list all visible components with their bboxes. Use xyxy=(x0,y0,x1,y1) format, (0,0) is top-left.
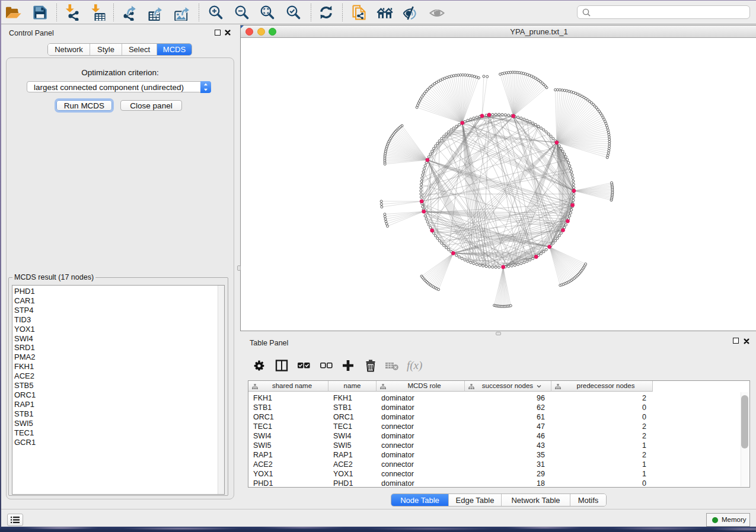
network-view-titlebar[interactable]: YPA_prune.txt_1 xyxy=(241,25,756,38)
table-delete-table-icon[interactable] xyxy=(384,358,400,373)
show-all-icon[interactable] xyxy=(429,4,445,21)
maximize-window-icon[interactable] xyxy=(269,28,276,36)
table-settings-gear-icon[interactable] xyxy=(251,358,267,373)
zoom-in-icon[interactable] xyxy=(207,4,224,21)
mcds-list-scrollbar[interactable] xyxy=(218,286,224,494)
cell-mcds_role[interactable]: dominator xyxy=(381,393,465,403)
cell-name[interactable]: ACE2 xyxy=(333,460,377,469)
cell-mcds_role[interactable]: dominator xyxy=(381,412,465,422)
cell-successor_nodes[interactable]: 43 xyxy=(465,441,545,450)
refresh-icon[interactable] xyxy=(318,4,334,21)
cell-predecessor_nodes[interactable]: 2 xyxy=(551,422,646,431)
mcds-result-item[interactable]: SRD1 xyxy=(12,343,224,352)
table-delete-column-icon[interactable] xyxy=(363,358,378,373)
cell-shared_name[interactable]: TEC1 xyxy=(253,422,328,431)
cell-mcds_role[interactable]: dominator xyxy=(381,450,465,460)
cell-name[interactable]: RAP1 xyxy=(333,450,377,460)
cell-successor_nodes[interactable]: 35 xyxy=(465,450,545,460)
mcds-result-item[interactable]: STP4 xyxy=(12,306,224,315)
mcds-result-item[interactable]: YOX1 xyxy=(12,325,224,334)
cell-name[interactable]: SWI4 xyxy=(333,431,377,441)
cell-predecessor_nodes[interactable]: 0 xyxy=(551,403,646,412)
cell-mcds_role[interactable]: connector xyxy=(381,441,465,450)
cell-mcds_role[interactable]: dominator xyxy=(381,479,465,488)
cell-successor_nodes[interactable]: 31 xyxy=(465,460,545,469)
mcds-result-item[interactable]: ACE2 xyxy=(12,371,224,381)
close-window-icon[interactable] xyxy=(245,28,253,36)
cell-name[interactable]: ORC1 xyxy=(333,412,377,422)
cell-shared_name[interactable]: STB1 xyxy=(253,403,328,412)
column-header-predecessor-nodes[interactable]: predecessor nodes xyxy=(551,381,653,392)
tab-mcds[interactable]: MCDS xyxy=(157,44,192,55)
cell-successor_nodes[interactable]: 18 xyxy=(465,479,545,488)
cell-name[interactable]: YOX1 xyxy=(333,469,377,479)
table-deselect-all-icon[interactable] xyxy=(318,358,334,373)
cell-shared_name[interactable]: ACE2 xyxy=(253,460,328,469)
cell-successor_nodes[interactable]: 96 xyxy=(465,393,545,403)
minimize-window-icon[interactable] xyxy=(257,28,265,36)
cell-shared_name[interactable]: SWI5 xyxy=(253,441,328,450)
cell-name[interactable]: TEC1 xyxy=(333,422,377,431)
cell-shared_name[interactable]: PHD1 xyxy=(253,479,328,488)
table-scrollbar-thumb[interactable] xyxy=(741,395,748,448)
mcds-result-item[interactable]: RAP1 xyxy=(12,400,224,409)
cell-successor_nodes[interactable]: 46 xyxy=(465,431,545,441)
close-panel-icon[interactable] xyxy=(225,30,231,36)
import-table-icon[interactable] xyxy=(90,4,107,21)
cell-name[interactable]: STB1 xyxy=(333,403,377,412)
mcds-result-item[interactable]: TEC1 xyxy=(12,428,224,438)
import-network-icon[interactable] xyxy=(65,4,82,21)
cell-successor_nodes[interactable]: 61 xyxy=(465,412,545,422)
export-table-icon[interactable] xyxy=(146,4,163,21)
cell-predecessor_nodes[interactable]: 2 xyxy=(551,431,646,441)
mcds-result-item[interactable]: SWI5 xyxy=(12,419,224,428)
tab-style[interactable]: Style xyxy=(90,44,122,55)
cell-shared_name[interactable]: FKH1 xyxy=(253,393,328,403)
cell-successor_nodes[interactable]: 29 xyxy=(465,469,545,479)
memory-button[interactable]: Memory xyxy=(706,513,750,527)
tab-select[interactable]: Select xyxy=(122,44,157,55)
mcds-result-item[interactable]: STB5 xyxy=(12,381,224,390)
export-image-icon[interactable] xyxy=(173,4,190,21)
cell-predecessor_nodes[interactable]: 0 xyxy=(551,479,646,488)
cell-shared_name[interactable]: YOX1 xyxy=(253,469,328,479)
cell-predecessor_nodes[interactable]: 1 xyxy=(551,469,646,479)
search-input[interactable] xyxy=(577,5,750,19)
task-history-button[interactable] xyxy=(7,514,23,526)
mcds-result-item[interactable]: PHD1 xyxy=(12,287,224,296)
mcds-result-item[interactable]: FKH1 xyxy=(12,362,224,371)
cell-name[interactable]: SWI5 xyxy=(333,441,377,450)
zoom-out-icon[interactable] xyxy=(233,4,250,21)
cell-successor_nodes[interactable]: 47 xyxy=(465,422,545,431)
first-neighbors-icon[interactable] xyxy=(351,4,368,21)
mcds-result-item[interactable]: SWI4 xyxy=(12,334,224,344)
column-header-name[interactable]: name xyxy=(328,381,377,392)
tab-edge-table[interactable]: Edge Table xyxy=(449,494,502,506)
vertical-splitter-grip[interactable] xyxy=(237,265,241,271)
table-close-panel-icon[interactable] xyxy=(744,338,749,344)
zoom-fit-icon[interactable] xyxy=(259,4,275,21)
mcds-result-item[interactable]: PMA2 xyxy=(12,352,224,362)
cell-predecessor_nodes[interactable]: 1 xyxy=(551,460,646,469)
column-header-shared-name[interactable]: shared name xyxy=(248,381,328,392)
float-window-icon[interactable] xyxy=(215,30,221,36)
tab-node-table[interactable]: Node Table xyxy=(391,494,449,506)
save-session-icon[interactable] xyxy=(31,4,47,21)
cell-mcds_role[interactable]: connector xyxy=(381,460,465,469)
cell-shared_name[interactable]: RAP1 xyxy=(253,450,328,460)
open-file-icon[interactable] xyxy=(5,4,21,21)
table-select-all-icon[interactable] xyxy=(296,358,311,373)
cell-predecessor_nodes[interactable]: 2 xyxy=(551,393,646,403)
close-panel-button[interactable]: Close panel xyxy=(120,100,182,111)
mcds-result-item[interactable]: STB1 xyxy=(12,409,224,419)
node-table[interactable]: shared namenameMCDS rolesuccessor nodes … xyxy=(248,380,750,488)
network-canvas[interactable] xyxy=(241,38,756,331)
cell-mcds_role[interactable]: connector xyxy=(381,469,465,479)
zoom-selected-icon[interactable] xyxy=(285,4,301,21)
cell-mcds_role[interactable]: dominator xyxy=(381,403,465,412)
cell-successor_nodes[interactable]: 62 xyxy=(465,403,545,412)
optimization-criterion-select[interactable]: largest connected component (undirected) xyxy=(27,81,211,92)
cell-name[interactable]: PHD1 xyxy=(333,479,377,488)
run-mcds-button[interactable]: Run MCDS xyxy=(56,100,112,111)
hide-selected-icon[interactable] xyxy=(402,4,419,21)
